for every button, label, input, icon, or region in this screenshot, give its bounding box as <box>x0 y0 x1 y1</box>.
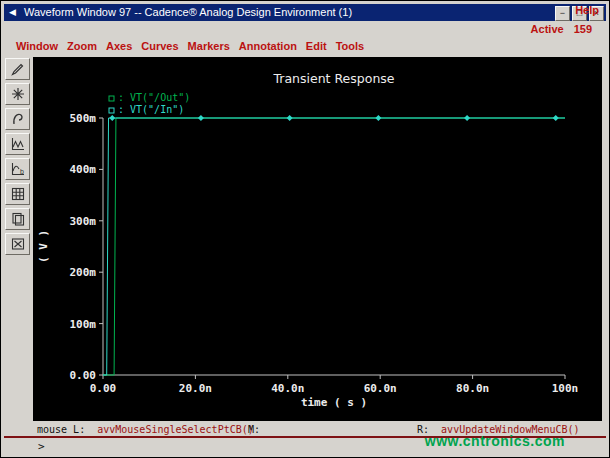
tool-palette: b <box>5 58 33 258</box>
status-mouse-middle: M: <box>248 424 260 435</box>
calculator-tool-button[interactable] <box>5 183 30 205</box>
waveform-window: ◀ Waveform Window 97 -- Cadence® Analog … <box>0 0 610 458</box>
minimize-icon[interactable]: − <box>555 6 570 21</box>
menu-item-zoom[interactable]: Zoom <box>67 40 97 52</box>
legend-swatch <box>109 96 114 101</box>
active-status-bar: Active159 <box>4 21 606 36</box>
window-title: Waveform Window 97 -- Cadence® Analog De… <box>24 4 352 21</box>
window-menu-arrow-icon[interactable]: ◀ <box>9 4 16 21</box>
active-label: Active <box>531 23 564 35</box>
menu-item-tools[interactable]: Tools <box>336 40 365 52</box>
menu-item-window[interactable]: Window <box>16 40 58 52</box>
overlay-waveform-icon <box>10 136 26 152</box>
menu-item-edit[interactable]: Edit <box>306 40 327 52</box>
series-marker-diamond <box>464 115 470 121</box>
series-line-0 <box>103 118 565 375</box>
active-indicator: Active159 <box>531 23 592 35</box>
y-tick-label: 200m <box>70 266 97 279</box>
svg-text:b: b <box>20 168 24 175</box>
x-tick-label: 40.0n <box>271 382 304 395</box>
x-tick-label: 60.0n <box>364 382 397 395</box>
y-tick-label: 400m <box>70 163 97 176</box>
prompt-caret: > <box>38 440 45 453</box>
plot-title: Transient Response <box>272 71 394 86</box>
zoom-star-tool-button[interactable] <box>5 83 30 105</box>
plot-area: Transient Response0.00100m200m300m400m50… <box>33 57 602 421</box>
series-marker-diamond <box>553 115 559 121</box>
copy-tool-button[interactable] <box>5 208 30 230</box>
series-marker-diamond <box>109 115 115 121</box>
series-marker-diamond <box>287 115 293 121</box>
erase-box-icon <box>10 236 26 252</box>
plot-canvas[interactable]: Transient Response0.00100m200m300m400m50… <box>33 57 602 421</box>
legend-label: : VT("/In") <box>118 104 184 115</box>
menu-item-curves[interactable]: Curves <box>141 40 178 52</box>
hook-tool-button[interactable] <box>5 108 30 130</box>
y-axis-label: ( V ) <box>37 230 50 263</box>
legend-label: : VT("/Out") <box>118 92 190 103</box>
x-tick-label: 20.0n <box>179 382 212 395</box>
overlay-waveform-tool-button[interactable] <box>5 133 30 155</box>
watermark-text: www.cntronics.com <box>425 433 565 449</box>
hook-icon <box>10 111 26 127</box>
menu-item-markers[interactable]: Markers <box>188 40 230 52</box>
erase-tool-button[interactable] <box>5 233 30 255</box>
menu-item-help[interactable]: Help <box>575 4 599 16</box>
menu-bar: WindowZoomAxesCurvesMarkersAnnotationEdi… <box>4 36 606 55</box>
copy-pages-icon <box>10 211 26 227</box>
y-tick-label: 500m <box>70 112 97 125</box>
status-mouse-left: mouse L: avvMouseSingleSelectPtCB() <box>37 424 254 435</box>
probe-pen-icon <box>10 61 26 77</box>
menu-item-axes[interactable]: Axes <box>106 40 132 52</box>
title-bar[interactable]: ◀ Waveform Window 97 -- Cadence® Analog … <box>4 4 606 21</box>
y-tick-label: 300m <box>70 215 97 228</box>
legend-swatch <box>109 108 114 113</box>
x-axis-label: time ( s ) <box>301 396 367 409</box>
series-line-1 <box>103 118 565 375</box>
x-tick-label: 100n <box>552 382 579 395</box>
y-tick-label: 0.00 <box>70 369 97 382</box>
menu-item-annotation[interactable]: Annotation <box>239 40 297 52</box>
waveform-b-icon: b <box>10 161 26 177</box>
calculator-grid-icon <box>10 186 26 202</box>
x-tick-label: 0.00 <box>90 382 117 395</box>
y-tick-label: 100m <box>70 318 97 331</box>
zoom-star-icon <box>10 86 26 102</box>
axes <box>103 118 565 375</box>
series-marker-diamond <box>198 115 204 121</box>
x-tick-label: 80.0n <box>456 382 489 395</box>
probe-tool-button[interactable] <box>5 58 30 80</box>
active-count: 159 <box>574 23 592 35</box>
waveform-b-tool-button[interactable]: b <box>5 158 30 180</box>
series-marker-diamond <box>375 115 381 121</box>
